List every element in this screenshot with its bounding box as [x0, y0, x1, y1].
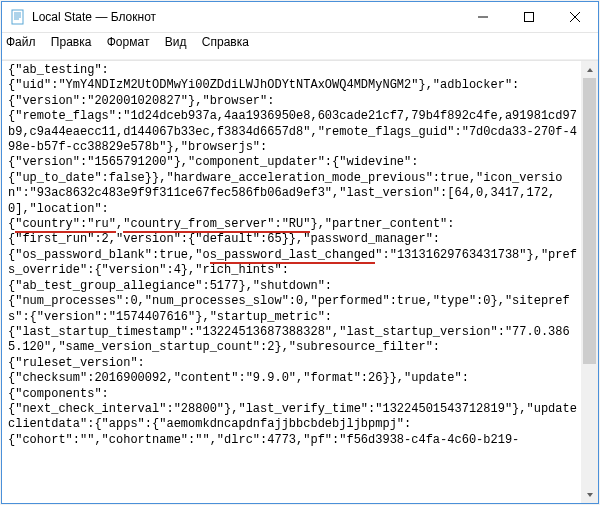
menu-edit[interactable]: Правка: [51, 35, 92, 49]
highlighted-text: "country":"ru": [15, 217, 116, 233]
scroll-down-button[interactable]: [581, 486, 598, 503]
menu-file[interactable]: Файл: [6, 35, 36, 49]
notepad-window: Local State — Блокнот Файл Правка Формат…: [1, 1, 599, 504]
scroll-up-button[interactable]: [581, 61, 598, 78]
content-area: {"ab_testing": {"uid":"YmY4NDIzM2UtODMwY…: [2, 60, 598, 503]
maximize-button[interactable]: [506, 2, 552, 32]
window-controls: [460, 2, 598, 32]
text-content[interactable]: {"ab_testing": {"uid":"YmY4NDIzM2UtODMwY…: [2, 61, 581, 503]
menu-help[interactable]: Справка: [202, 35, 249, 49]
menubar: Файл Правка Формат Вид Справка: [2, 33, 598, 60]
minimize-button[interactable]: [460, 2, 506, 32]
close-button[interactable]: [552, 2, 598, 32]
menu-format[interactable]: Формат: [107, 35, 150, 49]
highlighted-text: s_password_last_changed: [210, 248, 376, 264]
window-title: Local State — Блокнот: [32, 10, 460, 24]
scroll-thumb[interactable]: [583, 78, 596, 364]
notepad-icon: [10, 9, 26, 25]
titlebar[interactable]: Local State — Блокнот: [2, 2, 598, 33]
highlighted-text: "country_from_server":"RU": [123, 217, 310, 233]
vertical-scrollbar[interactable]: [581, 61, 598, 503]
scroll-track[interactable]: [581, 78, 598, 486]
svg-rect-6: [525, 13, 534, 22]
menu-view[interactable]: Вид: [165, 35, 187, 49]
